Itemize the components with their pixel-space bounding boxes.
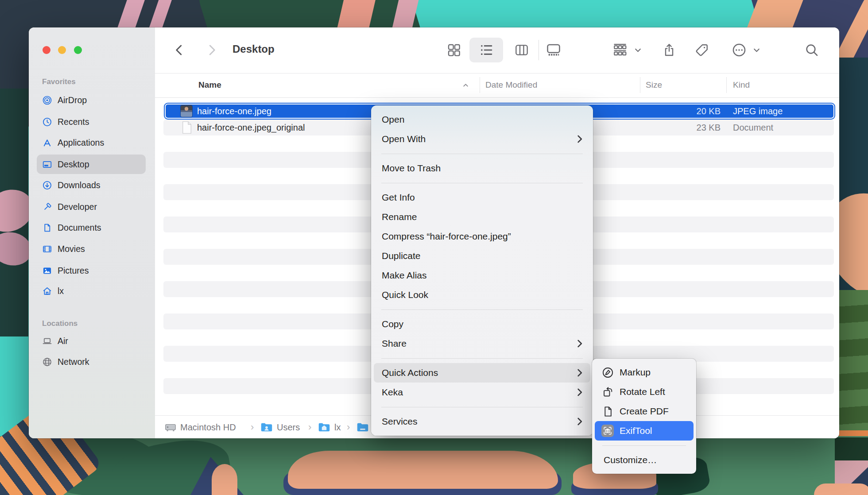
submenu-item-rotate-left[interactable]: Rotate Left xyxy=(592,382,696,402)
more-actions-button[interactable] xyxy=(729,40,749,60)
menu-item-make-alias[interactable]: Make Alias xyxy=(371,266,593,285)
sidebar-item-label: Movies xyxy=(58,244,85,254)
menu-item-label: Quick Actions xyxy=(382,367,438,378)
submenu-item-label: Create PDF xyxy=(620,406,669,417)
document-file-icon xyxy=(181,121,193,136)
menu-separator xyxy=(371,353,593,363)
menu-item-duplicate[interactable]: Duplicate xyxy=(371,246,593,266)
submenu-chevron-icon xyxy=(577,340,582,348)
window-title: Desktop xyxy=(232,43,275,55)
menu-item-quick-look[interactable]: Quick Look xyxy=(371,285,593,305)
column-header-date[interactable]: Date Modified xyxy=(485,80,537,90)
path-segment-lx[interactable]: lx xyxy=(318,416,341,438)
file-name[interactable]: hair-force-one.jpeg xyxy=(197,106,271,116)
menu-item-label: Copy xyxy=(382,319,403,329)
submenu-item-label: Rotate Left xyxy=(620,387,665,397)
menu-item-copy[interactable]: Copy xyxy=(371,314,593,334)
wallpaper-shape xyxy=(835,290,868,436)
sidebar-item-pictures[interactable]: Pictures xyxy=(37,261,146,280)
column-divider[interactable] xyxy=(640,77,640,93)
column-header-size[interactable]: Size xyxy=(646,80,662,90)
sidebar-item-airdrop[interactable]: AirDrop xyxy=(37,90,146,110)
path-segment-macintosh-hd[interactable]: Macintosh HD xyxy=(165,416,236,438)
file-size: 23 KB xyxy=(632,123,721,132)
path-segment-users[interactable]: Users xyxy=(260,416,300,438)
sidebar-item-network[interactable]: Network xyxy=(37,352,146,371)
path-chevron: › xyxy=(347,416,350,438)
photo-icon xyxy=(40,266,54,276)
submenu-item-markup[interactable]: Markup xyxy=(592,363,696,382)
sidebar-item-developer[interactable]: Developer xyxy=(37,197,146,217)
path-segment-desktop[interactable] xyxy=(356,416,373,438)
column-divider[interactable] xyxy=(480,77,480,93)
sidebar-item-label: Air xyxy=(58,336,68,346)
menu-item-services[interactable]: Services xyxy=(371,412,593,431)
menu-item-rename[interactable]: Rename xyxy=(371,207,593,227)
submenu-item-exiftool[interactable]: ExifTool xyxy=(595,421,694,441)
sidebar-item-documents[interactable]: Documents xyxy=(37,218,146,237)
more-actions-chevron[interactable] xyxy=(750,40,763,60)
group-by-button[interactable] xyxy=(610,40,630,60)
sidebar-item-desktop[interactable]: Desktop xyxy=(37,155,146,174)
sidebar-item-label: Recents xyxy=(58,117,89,127)
menu-item-quick-actions[interactable]: Quick Actions xyxy=(374,363,590,383)
file-name[interactable]: hair-force-one.jpeg_original xyxy=(197,123,305,132)
desktop-screen: { "window": { "controls": [ {"name": "cl… xyxy=(0,0,868,495)
sidebar-section-locations: Locations xyxy=(42,319,78,329)
path-segment-label: Macintosh HD xyxy=(180,422,236,433)
sidebar-item-air[interactable]: Air xyxy=(37,331,146,351)
sidebar-item-recents[interactable]: Recents xyxy=(37,112,146,131)
clock-icon xyxy=(40,117,54,127)
submenu-chevron-icon xyxy=(577,369,582,377)
submenu-item-create-pdf[interactable]: Create PDF xyxy=(592,402,696,421)
menu-item-move-to-trash[interactable]: Move to Trash xyxy=(371,159,593,178)
create-pdf-icon xyxy=(601,406,614,418)
sidebar: Favorites AirDrop Recents Applications D… xyxy=(29,27,155,438)
forward-button[interactable] xyxy=(202,40,221,60)
zoom-button[interactable] xyxy=(74,46,82,54)
search-button[interactable] xyxy=(802,40,822,60)
quick-actions-submenu: Markup Rotate Left Create PDF ExifTool C… xyxy=(592,359,696,474)
column-view-button[interactable] xyxy=(512,40,531,60)
menu-item-label: Services xyxy=(382,416,418,427)
sidebar-item-label: lx xyxy=(58,286,64,296)
menu-item-open[interactable]: Open xyxy=(371,110,593,129)
menu-separator xyxy=(371,305,593,314)
film-icon xyxy=(40,244,54,254)
minimize-button[interactable] xyxy=(58,46,66,54)
tags-button[interactable] xyxy=(692,40,712,60)
sidebar-item-applications[interactable]: Applications xyxy=(37,133,146,152)
search-icon xyxy=(805,43,819,57)
menu-item-open-with[interactable]: Open With xyxy=(371,129,593,149)
menu-separator xyxy=(371,402,593,412)
list-view-button[interactable] xyxy=(477,40,496,60)
share-button[interactable] xyxy=(659,40,679,60)
group-by-chevron[interactable] xyxy=(631,40,644,60)
column-divider[interactable] xyxy=(726,77,727,93)
submenu-item-customize[interactable]: Customize… xyxy=(592,450,696,470)
column-header-kind[interactable]: Kind xyxy=(733,80,750,90)
back-button[interactable] xyxy=(170,40,189,60)
icon-view-button[interactable] xyxy=(444,40,464,60)
download-icon xyxy=(40,180,54,190)
folder-icon xyxy=(356,422,369,433)
menu-item-label: Duplicate xyxy=(382,251,421,261)
submenu-item-label: Markup xyxy=(620,367,651,378)
menu-item-label: Quick Look xyxy=(382,290,428,300)
wallpaper-shape xyxy=(288,451,558,489)
markup-icon xyxy=(601,367,614,379)
close-button[interactable] xyxy=(43,46,50,54)
menu-item-compress[interactable]: Compress “hair-force-one.jpeg” xyxy=(371,227,593,246)
hammer-icon xyxy=(40,202,54,212)
menu-item-share[interactable]: Share xyxy=(371,334,593,353)
gallery-view-button[interactable] xyxy=(544,40,563,60)
column-header-name[interactable]: Name xyxy=(198,80,221,90)
menu-item-label: Move to Trash xyxy=(382,163,441,174)
sidebar-item-downloads[interactable]: Downloads xyxy=(37,175,146,195)
sidebar-item-label: Documents xyxy=(58,223,101,233)
sidebar-item-lx-home[interactable]: lx xyxy=(37,281,146,301)
sidebar-item-label: AirDrop xyxy=(58,95,87,105)
menu-item-keka[interactable]: Keka xyxy=(371,383,593,402)
menu-item-get-info[interactable]: Get Info xyxy=(371,188,593,207)
sidebar-item-movies[interactable]: Movies xyxy=(37,239,146,259)
